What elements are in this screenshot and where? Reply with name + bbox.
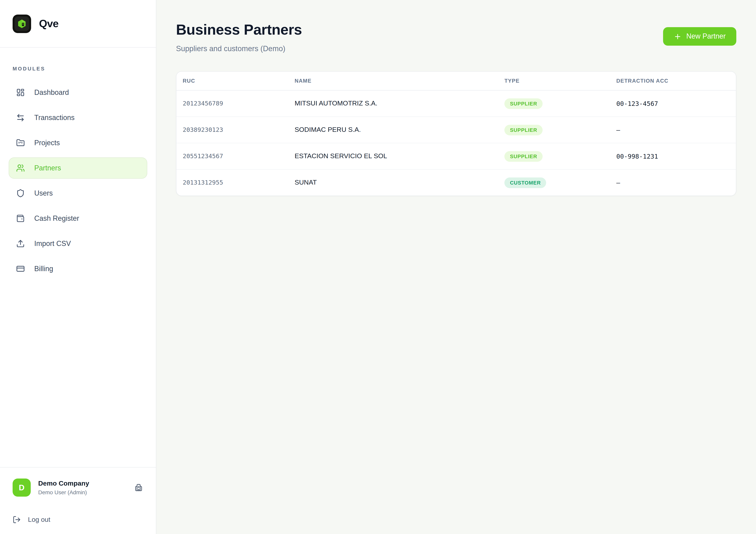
app-logo [13, 14, 31, 33]
building-icon[interactable] [134, 483, 143, 492]
projects-icon [16, 139, 25, 147]
page-subtitle: Suppliers and customers (Demo) [176, 44, 302, 53]
logout-label: Log out [28, 516, 50, 523]
table-row: 20551234567 ESTACION SERVICIO EL SOL SUP… [176, 143, 736, 169]
dashboard-icon [16, 88, 25, 97]
cell-type: SUPPLIER [498, 151, 610, 162]
sidebar-item-label: Projects [34, 139, 60, 147]
cell-name: ESTACION SERVICIO EL SOL [288, 152, 498, 160]
table-header-row: RUC NAME TYPE DETRACTION ACC [176, 72, 736, 90]
cell-ruc: 20389230123 [176, 126, 288, 133]
user-role: Demo User (Admin) [38, 489, 89, 496]
cell-name: MITSUI AUTOMOTRIZ S.A. [288, 100, 498, 108]
sidebar-item-label: Cash Register [34, 214, 79, 222]
sidebar-item-users[interactable]: Users [9, 183, 147, 204]
transactions-icon [16, 113, 25, 122]
sidebar-item-billing[interactable]: Billing [9, 258, 147, 279]
table-row: 20131312955 SUNAT CUSTOMER – [176, 169, 736, 195]
new-partner-button[interactable]: New Partner [663, 27, 736, 46]
type-badge: SUPPLIER [504, 98, 543, 109]
type-badge: SUPPLIER [504, 125, 543, 135]
sidebar-item-label: Import CSV [34, 240, 71, 248]
logout-icon [13, 516, 21, 524]
sidebar-footer: D Demo Company Demo User (Admin) [0, 467, 156, 534]
account-row: D Demo Company Demo User (Admin) [13, 478, 143, 496]
sidebar-item-projects[interactable]: Projects [9, 132, 147, 153]
sidebar-item-label: Users [34, 189, 53, 197]
sidebar-item-label: Transactions [34, 114, 75, 122]
partners-icon [16, 164, 25, 172]
type-badge: SUPPLIER [504, 151, 543, 162]
cell-detraction: – [610, 179, 736, 186]
partners-table: RUC NAME TYPE DETRACTION ACC 20123456789… [176, 71, 736, 196]
cell-detraction: 00-123-4567 [610, 100, 736, 107]
cell-ruc: 20131312955 [176, 179, 288, 186]
cell-type: SUPPLIER [498, 98, 610, 109]
new-partner-label: New Partner [686, 32, 726, 40]
column-header-detraction: DETRACTION ACC [610, 78, 736, 84]
cell-name: SODIMAC PERU S.A. [288, 126, 498, 134]
plus-icon [674, 33, 682, 40]
shield-icon [16, 189, 25, 197]
sidebar-item-transactions[interactable]: Transactions [9, 107, 147, 128]
column-header-name: NAME [288, 78, 498, 84]
account-texts: Demo Company Demo User (Admin) [38, 480, 89, 496]
brand-header: Qve [0, 0, 156, 48]
sidebar-item-import-csv[interactable]: Import CSV [9, 233, 147, 254]
table-row: 20389230123 SODIMAC PERU S.A. SUPPLIER – [176, 117, 736, 143]
upload-icon [16, 239, 25, 248]
table-body: 20123456789 MITSUI AUTOMOTRIZ S.A. SUPPL… [176, 90, 736, 195]
brand-name: Qve [39, 17, 59, 30]
sidebar: Qve MODULES Dashboard Transactions Proje… [0, 0, 156, 534]
sidebar-item-cash-register[interactable]: Cash Register [9, 208, 147, 229]
page-header: Business Partners Suppliers and customer… [176, 0, 736, 53]
app-window: Qve MODULES Dashboard Transactions Proje… [0, 0, 756, 534]
sidebar-item-dashboard[interactable]: Dashboard [9, 82, 147, 103]
type-badge: CUSTOMER [504, 177, 546, 188]
page-title: Business Partners [176, 21, 302, 38]
cell-type: SUPPLIER [498, 125, 610, 135]
credit-card-icon [16, 265, 25, 273]
sidebar-item-partners[interactable]: Partners [9, 157, 147, 179]
main-content: Business Partners Suppliers and customer… [156, 0, 756, 534]
cell-ruc: 20551234567 [176, 153, 288, 160]
cell-ruc: 20123456789 [176, 100, 288, 107]
cell-name: SUNAT [288, 179, 498, 187]
cell-detraction: – [610, 126, 736, 134]
page-titles: Business Partners Suppliers and customer… [176, 21, 302, 53]
column-header-ruc: RUC [176, 78, 288, 84]
sidebar-item-label: Billing [34, 265, 53, 273]
sidebar-nav: Dashboard Transactions Projects Partners… [0, 82, 156, 279]
cube-icon [14, 16, 29, 31]
table-row: 20123456789 MITSUI AUTOMOTRIZ S.A. SUPPL… [176, 90, 736, 117]
cell-detraction: 00-998-1231 [610, 152, 736, 160]
modules-section-label: MODULES [13, 66, 143, 72]
wallet-icon [16, 214, 25, 223]
cell-type: CUSTOMER [498, 177, 610, 188]
logout-button[interactable]: Log out [13, 516, 143, 524]
sidebar-item-label: Partners [34, 164, 61, 172]
company-name: Demo Company [38, 480, 89, 488]
column-header-type: TYPE [498, 78, 610, 84]
sidebar-item-label: Dashboard [34, 89, 69, 97]
avatar: D [13, 478, 31, 496]
